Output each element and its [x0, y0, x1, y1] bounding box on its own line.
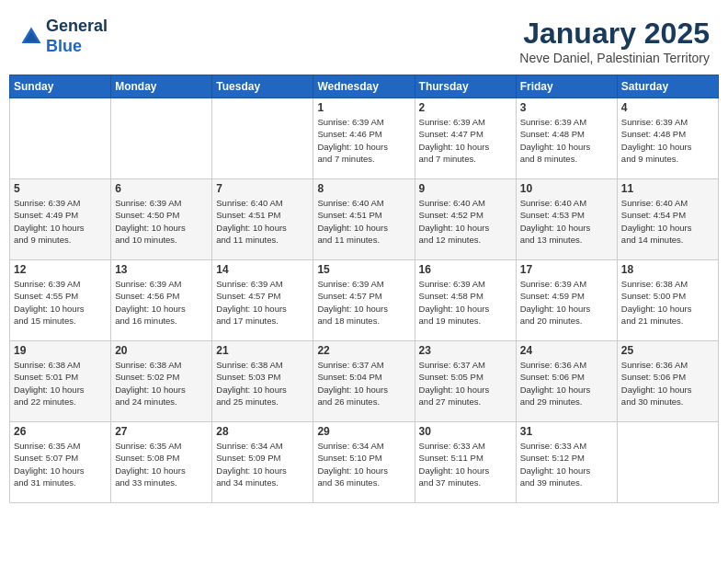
day-number: 31	[520, 425, 613, 438]
weekday-header-row: SundayMondayTuesdayWednesdayThursdayFrid…	[10, 75, 719, 98]
calendar-cell: 1Sunrise: 6:39 AM Sunset: 4:46 PM Daylig…	[313, 98, 415, 179]
weekday-header-monday: Monday	[111, 75, 212, 98]
calendar-week-5: 26Sunrise: 6:35 AM Sunset: 5:07 PM Dayli…	[10, 422, 719, 503]
calendar-cell: 18Sunrise: 6:38 AM Sunset: 5:00 PM Dayli…	[617, 260, 718, 341]
calendar-cell: 7Sunrise: 6:40 AM Sunset: 4:51 PM Daylig…	[212, 179, 313, 260]
day-info: Sunrise: 6:33 AM Sunset: 5:11 PM Dayligh…	[419, 440, 512, 488]
day-info: Sunrise: 6:34 AM Sunset: 5:10 PM Dayligh…	[317, 440, 410, 488]
calendar-week-4: 19Sunrise: 6:38 AM Sunset: 5:01 PM Dayli…	[10, 341, 719, 422]
calendar-cell	[10, 98, 111, 179]
calendar-cell: 23Sunrise: 6:37 AM Sunset: 5:05 PM Dayli…	[415, 341, 516, 422]
calendar-week-1: 1Sunrise: 6:39 AM Sunset: 4:46 PM Daylig…	[10, 98, 719, 179]
weekday-header-saturday: Saturday	[617, 75, 718, 98]
title-block: January 2025 Neve Daniel, Palestinian Te…	[519, 17, 710, 65]
day-number: 26	[14, 425, 107, 438]
calendar-cell: 13Sunrise: 6:39 AM Sunset: 4:56 PM Dayli…	[111, 260, 212, 341]
day-info: Sunrise: 6:40 AM Sunset: 4:53 PM Dayligh…	[520, 197, 613, 246]
calendar-cell: 15Sunrise: 6:39 AM Sunset: 4:57 PM Dayli…	[313, 260, 415, 341]
calendar-cell: 11Sunrise: 6:40 AM Sunset: 4:54 PM Dayli…	[617, 179, 718, 260]
day-number: 6	[115, 182, 208, 195]
logo-icon	[18, 24, 44, 50]
day-number: 22	[317, 344, 410, 357]
day-number: 9	[419, 182, 512, 195]
calendar-cell: 28Sunrise: 6:34 AM Sunset: 5:09 PM Dayli…	[212, 422, 313, 503]
day-number: 12	[14, 263, 107, 276]
calendar-week-2: 5Sunrise: 6:39 AM Sunset: 4:49 PM Daylig…	[10, 179, 719, 260]
weekday-header-friday: Friday	[516, 75, 617, 98]
day-info: Sunrise: 6:40 AM Sunset: 4:54 PM Dayligh…	[621, 197, 714, 246]
day-number: 1	[317, 101, 410, 114]
calendar-cell: 4Sunrise: 6:39 AM Sunset: 4:48 PM Daylig…	[617, 98, 718, 179]
calendar-cell: 17Sunrise: 6:39 AM Sunset: 4:59 PM Dayli…	[516, 260, 617, 341]
day-info: Sunrise: 6:35 AM Sunset: 5:07 PM Dayligh…	[14, 440, 107, 488]
day-number: 5	[14, 182, 107, 195]
logo-text-general: General	[46, 17, 108, 37]
day-info: Sunrise: 6:39 AM Sunset: 4:59 PM Dayligh…	[520, 278, 613, 327]
calendar-cell: 21Sunrise: 6:38 AM Sunset: 5:03 PM Dayli…	[212, 341, 313, 422]
calendar-cell	[617, 422, 718, 503]
day-info: Sunrise: 6:39 AM Sunset: 4:47 PM Dayligh…	[419, 116, 512, 165]
calendar-cell	[212, 98, 313, 179]
calendar-cell: 6Sunrise: 6:39 AM Sunset: 4:50 PM Daylig…	[111, 179, 212, 260]
day-info: Sunrise: 6:40 AM Sunset: 4:51 PM Dayligh…	[317, 197, 410, 246]
day-info: Sunrise: 6:40 AM Sunset: 4:52 PM Dayligh…	[419, 197, 512, 246]
day-number: 4	[621, 101, 714, 114]
day-info: Sunrise: 6:37 AM Sunset: 5:04 PM Dayligh…	[317, 359, 410, 408]
day-number: 13	[115, 263, 208, 276]
calendar-cell: 3Sunrise: 6:39 AM Sunset: 4:48 PM Daylig…	[516, 98, 617, 179]
day-number: 21	[216, 344, 309, 357]
logo-text-blue: Blue	[46, 37, 108, 57]
day-info: Sunrise: 6:39 AM Sunset: 4:57 PM Dayligh…	[216, 278, 309, 327]
day-number: 14	[216, 263, 309, 276]
day-number: 15	[317, 263, 410, 276]
calendar-table: SundayMondayTuesdayWednesdayThursdayFrid…	[9, 75, 719, 503]
calendar-cell: 2Sunrise: 6:39 AM Sunset: 4:47 PM Daylig…	[415, 98, 516, 179]
day-number: 7	[216, 182, 309, 195]
day-number: 29	[317, 425, 410, 438]
day-number: 24	[520, 344, 613, 357]
calendar-week-3: 12Sunrise: 6:39 AM Sunset: 4:55 PM Dayli…	[10, 260, 719, 341]
day-info: Sunrise: 6:39 AM Sunset: 4:48 PM Dayligh…	[520, 116, 613, 165]
day-info: Sunrise: 6:36 AM Sunset: 5:06 PM Dayligh…	[621, 359, 714, 408]
calendar-cell: 8Sunrise: 6:40 AM Sunset: 4:51 PM Daylig…	[313, 179, 415, 260]
calendar-cell: 5Sunrise: 6:39 AM Sunset: 4:49 PM Daylig…	[10, 179, 111, 260]
weekday-header-sunday: Sunday	[10, 75, 111, 98]
day-info: Sunrise: 6:36 AM Sunset: 5:06 PM Dayligh…	[520, 359, 613, 408]
weekday-header-tuesday: Tuesday	[212, 75, 313, 98]
day-info: Sunrise: 6:39 AM Sunset: 4:57 PM Dayligh…	[317, 278, 410, 327]
calendar-cell: 9Sunrise: 6:40 AM Sunset: 4:52 PM Daylig…	[415, 179, 516, 260]
calendar-cell: 26Sunrise: 6:35 AM Sunset: 5:07 PM Dayli…	[10, 422, 111, 503]
calendar-cell: 22Sunrise: 6:37 AM Sunset: 5:04 PM Dayli…	[313, 341, 415, 422]
day-number: 19	[14, 344, 107, 357]
location-subtitle: Neve Daniel, Palestinian Territory	[519, 51, 710, 65]
calendar-cell: 12Sunrise: 6:39 AM Sunset: 4:55 PM Dayli…	[10, 260, 111, 341]
calendar-cell	[111, 98, 212, 179]
day-number: 18	[621, 263, 714, 276]
calendar-cell: 24Sunrise: 6:36 AM Sunset: 5:06 PM Dayli…	[516, 341, 617, 422]
calendar-cell: 20Sunrise: 6:38 AM Sunset: 5:02 PM Dayli…	[111, 341, 212, 422]
day-number: 16	[419, 263, 512, 276]
weekday-header-thursday: Thursday	[415, 75, 516, 98]
day-number: 11	[621, 182, 714, 195]
day-number: 30	[419, 425, 512, 438]
calendar-cell: 27Sunrise: 6:35 AM Sunset: 5:08 PM Dayli…	[111, 422, 212, 503]
day-info: Sunrise: 6:39 AM Sunset: 4:58 PM Dayligh…	[419, 278, 512, 327]
day-info: Sunrise: 6:33 AM Sunset: 5:12 PM Dayligh…	[520, 440, 613, 488]
calendar-cell: 14Sunrise: 6:39 AM Sunset: 4:57 PM Dayli…	[212, 260, 313, 341]
day-number: 8	[317, 182, 410, 195]
day-number: 28	[216, 425, 309, 438]
calendar-cell: 25Sunrise: 6:36 AM Sunset: 5:06 PM Dayli…	[617, 341, 718, 422]
day-number: 10	[520, 182, 613, 195]
calendar-cell: 29Sunrise: 6:34 AM Sunset: 5:10 PM Dayli…	[313, 422, 415, 503]
day-number: 2	[419, 101, 512, 114]
day-number: 17	[520, 263, 613, 276]
day-info: Sunrise: 6:35 AM Sunset: 5:08 PM Dayligh…	[115, 440, 208, 488]
calendar-cell: 10Sunrise: 6:40 AM Sunset: 4:53 PM Dayli…	[516, 179, 617, 260]
day-info: Sunrise: 6:39 AM Sunset: 4:56 PM Dayligh…	[115, 278, 208, 327]
page-header: General Blue January 2025 Neve Daniel, P…	[9, 9, 719, 69]
day-info: Sunrise: 6:34 AM Sunset: 5:09 PM Dayligh…	[216, 440, 309, 488]
calendar-cell: 30Sunrise: 6:33 AM Sunset: 5:11 PM Dayli…	[415, 422, 516, 503]
month-title: January 2025	[519, 17, 710, 51]
day-number: 23	[419, 344, 512, 357]
calendar-cell: 31Sunrise: 6:33 AM Sunset: 5:12 PM Dayli…	[516, 422, 617, 503]
